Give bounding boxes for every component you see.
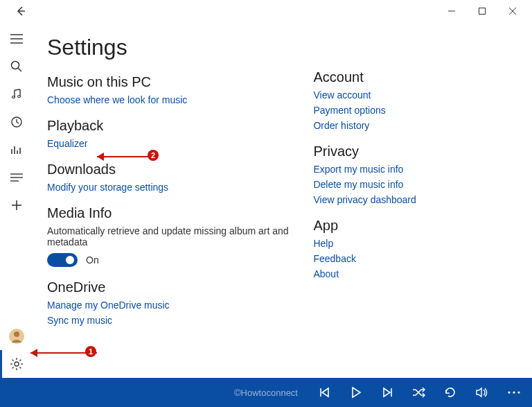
hamburger-icon [10,34,23,44]
sync-music-link[interactable]: Sync my music [47,315,299,326]
svg-point-36 [517,391,520,393]
sidebar [0,22,33,378]
svg-line-8 [18,68,21,71]
settings-right-column: Account View account Payment options Ord… [306,28,515,378]
arrow-left-icon [15,6,26,17]
feedback-link[interactable]: Feedback [313,253,515,264]
minimize-button[interactable] [436,0,467,22]
equalizer-bars-icon [10,145,23,155]
svg-point-22 [14,331,19,337]
account-avatar-button[interactable] [0,322,33,350]
svg-point-10 [18,96,21,98]
order-history-link[interactable]: Order history [313,120,515,131]
section-privacy-heading: Privacy [313,144,515,159]
help-link[interactable]: Help [313,238,515,249]
skip-next-icon [381,386,393,399]
play-icon [349,386,363,399]
svg-point-34 [508,391,510,393]
repeat-button[interactable] [443,386,457,399]
svg-line-31 [12,367,14,368]
payment-options-link[interactable]: Payment options [313,105,515,116]
svg-line-28 [12,360,14,361]
section-playback-heading: Playback [47,118,299,134]
shuffle-button[interactable] [411,386,425,399]
avatar-icon [9,329,24,344]
about-link[interactable]: About [313,268,515,279]
close-icon [509,8,516,15]
media-info-desc: Automatically retrieve and update missin… [47,225,299,248]
gear-icon [10,358,23,370]
active-indicator [0,350,2,378]
annotation-badge-1: 1 [85,346,96,357]
now-playing-button[interactable] [0,136,33,164]
svg-line-30 [19,360,21,361]
section-music-pc-heading: Music on this PC [47,74,299,90]
search-button[interactable] [0,53,33,80]
repeat-icon [443,386,457,399]
section-onedrive-heading: OneDrive [47,279,299,295]
view-privacy-dashboard-link[interactable]: View privacy dashboard [313,194,515,205]
svg-rect-1 [479,8,486,15]
more-button[interactable] [507,390,521,395]
back-button[interactable] [7,0,35,22]
section-media-info-heading: Media Info [47,205,299,221]
equalizer-link[interactable]: Equalizer [47,138,299,149]
export-music-info-link[interactable]: Export my music info [313,164,515,175]
delete-music-info-link[interactable]: Delete my music info [313,179,515,190]
playlist-icon [10,173,23,182]
more-icon [507,390,521,395]
maximize-icon [479,8,486,15]
svg-point-35 [513,391,515,393]
svg-point-9 [12,96,15,98]
page-title: Settings [47,35,299,60]
annotation-badge-2: 2 [148,150,159,161]
media-info-toggle-label: On [86,254,99,266]
playbar: ©Howtoconnect [0,378,532,407]
settings-left-column: Settings Music on this PC Choose where w… [47,28,306,378]
search-icon [10,60,23,73]
music-note-icon [10,88,23,101]
previous-track-button[interactable] [319,386,331,399]
svg-point-7 [12,62,19,69]
volume-button[interactable] [475,386,489,399]
play-button[interactable] [349,386,363,399]
my-music-button[interactable] [0,80,33,108]
titlebar [0,0,532,22]
recent-button[interactable] [0,108,33,136]
settings-button[interactable] [0,350,33,378]
minimize-icon [448,8,455,15]
modify-storage-link[interactable]: Modify your storage settings [47,182,299,193]
plus-icon [11,200,22,211]
section-downloads-heading: Downloads [47,162,299,177]
close-button[interactable] [497,0,528,22]
next-track-button[interactable] [381,386,393,399]
manage-onedrive-link[interactable]: Manage my OneDrive music [47,300,299,311]
toggle-knob [66,256,74,264]
volume-icon [475,386,489,399]
media-info-toggle[interactable] [47,253,78,267]
content-area: Settings Music on this PC Choose where w… [33,22,532,378]
section-account-heading: Account [313,69,515,85]
view-account-link[interactable]: View account [313,89,515,101]
add-button[interactable] [0,191,33,219]
skip-previous-icon [319,386,331,399]
hamburger-button[interactable] [0,25,33,53]
shuffle-icon [411,386,425,399]
maximize-button[interactable] [467,0,497,22]
watermark-text: ©Howtoconnect [234,388,298,398]
section-app-heading: App [313,218,515,234]
clock-icon [10,116,23,128]
choose-music-location-link[interactable]: Choose where we look for music [47,94,299,105]
svg-point-23 [15,362,19,366]
svg-line-29 [19,367,21,368]
playlists-button[interactable] [0,164,33,191]
